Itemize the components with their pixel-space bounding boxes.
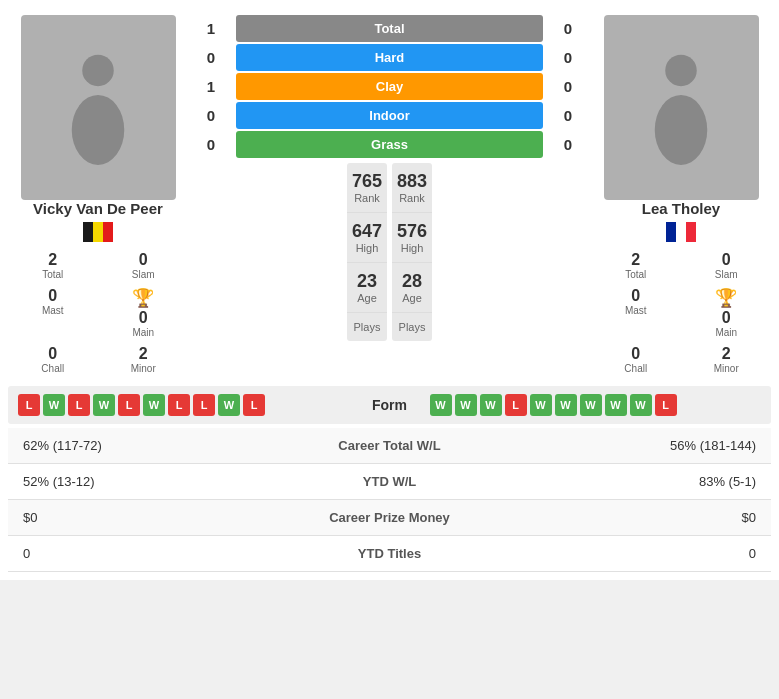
right-chall-label: Chall (624, 363, 647, 374)
right-total-value: 2 (631, 251, 640, 269)
left-info-panel: 765 Rank 647 High 23 Age Plays (347, 163, 387, 341)
surface-badge-hard: Hard (236, 44, 543, 71)
form-pill-left: L (18, 394, 40, 416)
right-slam-value: 0 (722, 251, 731, 269)
surface-badge-total: Total (236, 15, 543, 42)
form-label: Form (350, 397, 430, 413)
svg-point-6 (655, 94, 708, 164)
right-total-label: Total (625, 269, 646, 280)
surface-left-clay: 1 (191, 78, 231, 95)
right-plays-label: Plays (399, 321, 426, 333)
left-plays-item: Plays (347, 313, 387, 341)
surface-badge-indoor: Indoor (236, 102, 543, 129)
trophy-icon-left: 🏆 (132, 287, 154, 309)
left-high-value: 647 (352, 221, 382, 242)
surface-right-total: 0 (548, 20, 588, 37)
right-player-name: Lea Tholey (642, 200, 720, 217)
form-pill-right: W (530, 394, 552, 416)
form-pill-right: W (480, 394, 502, 416)
left-total-label: Total (42, 269, 63, 280)
stats-left-val: 52% (13-12) (8, 464, 275, 500)
left-chall-value: 0 (48, 345, 57, 363)
left-player-name: Vicky Van De Peer (33, 200, 163, 217)
surface-row-indoor: 0 Indoor 0 (191, 102, 588, 129)
right-slam-item: 0 Slam (682, 248, 772, 283)
left-main-value: 0 (139, 309, 148, 327)
right-player-column: Lea Tholey 2 Total 0 Slam (591, 15, 771, 377)
right-chall-value: 0 (631, 345, 640, 363)
surface-row-grass: 0 Grass 0 (191, 131, 588, 158)
left-chall-item: 0 Chall (8, 342, 98, 377)
surface-left-grass: 0 (191, 136, 231, 153)
left-rank-value: 765 (352, 171, 382, 192)
left-player-stats: 2 Total 0 Slam 0 Mast 🏆 0 Main 0 (8, 248, 188, 377)
svg-rect-9 (686, 222, 696, 242)
right-info-panel: 883 Rank 576 High 28 Age Plays (392, 163, 432, 341)
stats-row: 52% (13-12) YTD W/L 83% (5-1) (8, 464, 771, 500)
center-column: 1 Total 0 0 Hard 0 1 Clay 0 (191, 15, 588, 377)
stats-center-label: Career Total W/L (275, 428, 504, 464)
stats-left-val: 62% (117-72) (8, 428, 275, 464)
left-high-item: 647 High (347, 213, 387, 263)
stats-center-label: Career Prize Money (275, 500, 504, 536)
stats-left-val: 0 (8, 536, 275, 572)
right-age-item: 28 Age (392, 263, 432, 313)
svg-rect-4 (103, 222, 113, 242)
surface-row-total: 1 Total 0 (191, 15, 588, 42)
form-pill-left: L (168, 394, 190, 416)
right-high-item: 576 High (392, 213, 432, 263)
main-container: Vicky Van De Peer 2 Total 0 Slam (0, 0, 779, 580)
stats-row: 0 YTD Titles 0 (8, 536, 771, 572)
right-player-stats: 2 Total 0 Slam 0 Mast 🏆 0 Main 0 (591, 248, 771, 377)
left-mast-label: Mast (42, 305, 64, 316)
left-player-avatar (21, 15, 176, 200)
right-main-item: 🏆 0 Main (682, 284, 772, 341)
left-form-pills: LWLWLWLLWL (18, 394, 350, 416)
right-high-value: 576 (397, 221, 427, 242)
right-slam-label: Slam (715, 269, 738, 280)
left-total-item: 2 Total (8, 248, 98, 283)
form-pill-right: W (430, 394, 452, 416)
surface-left-total: 1 (191, 20, 231, 37)
form-pill-right: W (555, 394, 577, 416)
surface-right-indoor: 0 (548, 107, 588, 124)
left-minor-value: 2 (139, 345, 148, 363)
form-pill-left: L (68, 394, 90, 416)
form-pill-left: W (93, 394, 115, 416)
surface-row-hard: 0 Hard 0 (191, 44, 588, 71)
form-section: LWLWLWLLWL Form WWWLWWWWWL (8, 386, 771, 424)
french-flag-icon (666, 222, 696, 242)
bottom-stats-section: 62% (117-72) Career Total W/L 56% (181-1… (0, 428, 779, 580)
svg-rect-7 (666, 222, 676, 242)
surface-right-grass: 0 (548, 136, 588, 153)
surface-badge-grass: Grass (236, 131, 543, 158)
left-main-label: Main (132, 327, 154, 338)
left-minor-item: 2 Minor (99, 342, 189, 377)
form-pill-right: L (655, 394, 677, 416)
right-mast-item: 0 Mast (591, 284, 681, 341)
surface-right-clay: 0 (548, 78, 588, 95)
right-player-flag (666, 219, 696, 242)
surface-rows: 1 Total 0 0 Hard 0 1 Clay 0 (191, 15, 588, 158)
surface-left-indoor: 0 (191, 107, 231, 124)
surface-right-hard: 0 (548, 49, 588, 66)
right-form-pills: WWWLWWWWWL (430, 394, 762, 416)
stats-right-val: 83% (5-1) (504, 464, 771, 500)
form-pill-left: W (218, 394, 240, 416)
left-player-flag (83, 219, 113, 242)
stats-center-label: YTD Titles (275, 536, 504, 572)
form-pill-right: W (455, 394, 477, 416)
top-section: Vicky Van De Peer 2 Total 0 Slam (0, 0, 779, 382)
left-plays-label: Plays (354, 321, 381, 333)
right-plays-item: Plays (392, 313, 432, 341)
left-mast-value: 0 (48, 287, 57, 305)
form-pill-left: L (193, 394, 215, 416)
left-rank-label: Rank (354, 192, 380, 204)
left-main-item: 🏆 0 Main (99, 284, 189, 341)
svg-point-0 (82, 54, 114, 86)
form-pill-left: L (118, 394, 140, 416)
svg-rect-3 (93, 222, 103, 242)
stats-table: 62% (117-72) Career Total W/L 56% (181-1… (8, 428, 771, 572)
form-pill-right: W (605, 394, 627, 416)
left-age-value: 23 (357, 271, 377, 292)
